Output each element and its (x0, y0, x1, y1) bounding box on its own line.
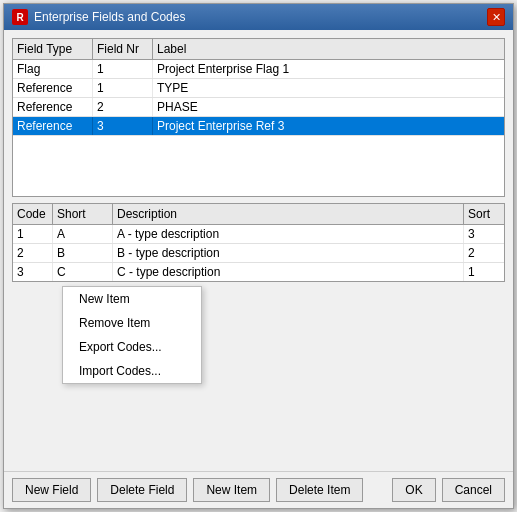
cell-code: 2 (13, 244, 53, 262)
context-menu: New Item Remove Item Export Codes... Imp… (62, 286, 202, 384)
context-menu-remove-item[interactable]: Remove Item (63, 311, 201, 335)
cell-description: A - type description (113, 225, 464, 243)
dialog-title: Enterprise Fields and Codes (34, 10, 185, 24)
cell-sort: 2 (464, 244, 504, 262)
cell-type: Reference (13, 79, 93, 97)
table-row[interactable]: 2 B B - type description 2 (13, 244, 504, 263)
cell-code: 1 (13, 225, 53, 243)
codes-table-header: Code Short Description Sort (13, 204, 504, 225)
cell-label[interactable] (153, 117, 504, 135)
delete-field-button[interactable]: Delete Field (97, 478, 187, 502)
table-row[interactable]: 1 A A - type description 3 (13, 225, 504, 244)
table-row[interactable]: Flag 1 Project Enterprise Flag 1 (13, 60, 504, 79)
codes-table: Code Short Description Sort 1 A A - type… (12, 203, 505, 282)
cell-short: B (53, 244, 113, 262)
col-label: Label (153, 39, 504, 59)
new-field-button[interactable]: New Field (12, 478, 91, 502)
cell-nr: 2 (93, 98, 153, 116)
table-row[interactable]: 3 C C - type description 1 (13, 263, 504, 281)
cell-nr: 1 (93, 60, 153, 78)
new-item-button[interactable]: New Item (193, 478, 270, 502)
cell-label: TYPE (153, 79, 504, 97)
table-row-selected[interactable]: Reference 3 (13, 117, 504, 136)
col-field-type: Field Type (13, 39, 93, 59)
col-code: Code (13, 204, 53, 224)
cell-description: B - type description (113, 244, 464, 262)
context-menu-new-item[interactable]: New Item (63, 287, 201, 311)
cell-nr: 1 (93, 79, 153, 97)
cell-type: Flag (13, 60, 93, 78)
app-icon: R (12, 9, 28, 25)
cancel-button[interactable]: Cancel (442, 478, 505, 502)
cell-short: A (53, 225, 113, 243)
col-sort: Sort (464, 204, 504, 224)
close-button[interactable]: ✕ (487, 8, 505, 26)
cell-type: Reference (13, 98, 93, 116)
fields-table-header: Field Type Field Nr Label (13, 39, 504, 60)
cell-code: 3 (13, 263, 53, 281)
cell-type: Reference (13, 117, 93, 135)
title-bar: R Enterprise Fields and Codes ✕ (4, 4, 513, 30)
context-menu-export-codes[interactable]: Export Codes... (63, 335, 201, 359)
codes-section: Code Short Description Sort 1 A A - type… (12, 203, 505, 463)
dialog-content: Field Type Field Nr Label Flag 1 Project… (4, 30, 513, 471)
fields-table: Field Type Field Nr Label Flag 1 Project… (12, 38, 505, 197)
delete-item-button[interactable]: Delete Item (276, 478, 363, 502)
col-description: Description (113, 204, 464, 224)
ok-button[interactable]: OK (392, 478, 435, 502)
cell-label: Project Enterprise Flag 1 (153, 60, 504, 78)
cell-nr: 3 (93, 117, 153, 135)
col-field-nr: Field Nr (93, 39, 153, 59)
cell-sort: 1 (464, 263, 504, 281)
cell-label: PHASE (153, 98, 504, 116)
label-input[interactable] (157, 119, 500, 133)
enterprise-fields-dialog: R Enterprise Fields and Codes ✕ Field Ty… (3, 3, 514, 509)
title-bar-left: R Enterprise Fields and Codes (12, 9, 185, 25)
col-short: Short (53, 204, 113, 224)
table-row[interactable]: Reference 2 PHASE (13, 98, 504, 117)
context-menu-import-codes[interactable]: Import Codes... (63, 359, 201, 383)
table-row[interactable]: Reference 1 TYPE (13, 79, 504, 98)
bottom-bar: New Field Delete Field New Item Delete I… (4, 471, 513, 508)
cell-sort: 3 (464, 225, 504, 243)
cell-description: C - type description (113, 263, 464, 281)
cell-short: C (53, 263, 113, 281)
